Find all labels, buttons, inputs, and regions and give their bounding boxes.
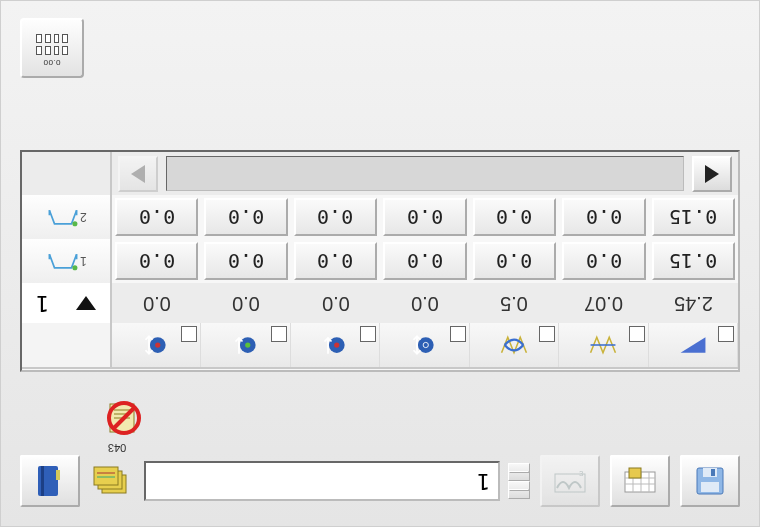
param-header-row bbox=[22, 323, 738, 369]
stitch-edit-icon: 3 bbox=[553, 466, 587, 496]
param-b-header[interactable] bbox=[201, 323, 290, 367]
svg-point-1 bbox=[72, 265, 77, 270]
svg-point-3 bbox=[155, 342, 160, 347]
pattern-name-value: 1 bbox=[477, 469, 490, 494]
svg-point-5 bbox=[245, 342, 250, 347]
gear-arrow-icon bbox=[321, 331, 349, 359]
wedge-icon bbox=[679, 331, 707, 359]
gear-arrow-icon bbox=[142, 331, 170, 359]
cell[interactable]: 0.0 bbox=[115, 198, 198, 236]
arrow-up-icon bbox=[76, 296, 96, 310]
cell[interactable]: 0.0 bbox=[380, 283, 469, 323]
param-a-header[interactable] bbox=[112, 323, 201, 367]
cell[interactable]: 0.0 bbox=[562, 198, 645, 236]
svg-point-9 bbox=[424, 342, 429, 347]
cell[interactable]: 0.0 bbox=[291, 283, 380, 323]
cell[interactable]: 0.0 bbox=[383, 242, 466, 280]
param-g-header[interactable] bbox=[649, 323, 738, 367]
row-header-2[interactable]: 2 bbox=[22, 195, 112, 239]
pattern-stepper[interactable] bbox=[508, 463, 530, 499]
checkbox-icon bbox=[629, 326, 645, 342]
checkbox-icon bbox=[718, 326, 734, 342]
edit-pattern-button[interactable]: 3 bbox=[540, 455, 600, 507]
arrow-left-icon bbox=[131, 165, 145, 183]
svg-rect-30 bbox=[711, 469, 715, 476]
checkbox-icon bbox=[271, 326, 287, 342]
cell[interactable]: 0.0 bbox=[473, 242, 556, 280]
grid-icon: 0.00 bbox=[36, 34, 68, 62]
cell[interactable]: 0.0 bbox=[115, 242, 198, 280]
svg-rect-18 bbox=[56, 470, 60, 480]
step-up-button[interactable] bbox=[508, 463, 530, 481]
scroll-left-button[interactable] bbox=[118, 156, 158, 192]
cell[interactable]: 0.15 bbox=[652, 242, 735, 280]
gear-arrow-icon bbox=[232, 331, 260, 359]
pattern-grid-button[interactable] bbox=[610, 455, 670, 507]
cell[interactable]: 0.5 bbox=[470, 283, 559, 323]
step-down-button[interactable] bbox=[508, 481, 530, 499]
row-header-1[interactable]: 1 bbox=[22, 239, 112, 283]
cell[interactable]: 0.07 bbox=[559, 283, 648, 323]
gear-arrow-icon bbox=[410, 331, 438, 359]
svg-rect-27 bbox=[629, 468, 641, 478]
checkbox-icon bbox=[181, 326, 197, 342]
param-e-header[interactable] bbox=[470, 323, 559, 367]
cell[interactable]: 0.0 bbox=[294, 198, 377, 236]
carrier-icon bbox=[46, 250, 80, 272]
parameter-table: 2 0.0 0.0 0.0 0.0 0.0 0.0 0.15 1 0.0 0.0… bbox=[20, 150, 740, 372]
svg-text:3: 3 bbox=[579, 469, 584, 478]
pattern-stack-icon bbox=[92, 461, 132, 501]
program-disabled-icon bbox=[104, 398, 144, 438]
pattern-grid-icon bbox=[623, 466, 657, 496]
save-button[interactable] bbox=[680, 455, 740, 507]
param-d-header[interactable] bbox=[380, 323, 469, 367]
pattern-index-label: 043 bbox=[108, 442, 126, 454]
cell[interactable]: 0.0 bbox=[473, 198, 556, 236]
cell[interactable]: 0.15 bbox=[652, 198, 735, 236]
arrow-right-icon bbox=[705, 165, 719, 183]
wave-swap-icon bbox=[500, 331, 528, 359]
chevron-down-icon bbox=[509, 489, 529, 491]
param-f-header[interactable] bbox=[559, 323, 648, 367]
cell[interactable]: 0.0 bbox=[383, 198, 466, 236]
checkbox-icon bbox=[539, 326, 555, 342]
open-library-button[interactable] bbox=[20, 455, 80, 507]
svg-rect-31 bbox=[701, 482, 719, 492]
cell[interactable]: 0.0 bbox=[294, 242, 377, 280]
cell[interactable]: 0.0 bbox=[201, 283, 290, 323]
param-c-header[interactable] bbox=[291, 323, 380, 367]
checkbox-icon bbox=[360, 326, 376, 342]
bottom-toolbar: 1 3 bbox=[20, 455, 740, 507]
svg-rect-17 bbox=[41, 466, 44, 496]
checkbox-icon bbox=[450, 326, 466, 342]
cell[interactable]: 0.0 bbox=[204, 242, 287, 280]
carrier-icon bbox=[46, 206, 80, 228]
cell[interactable]: 2.45 bbox=[649, 283, 738, 323]
svg-rect-21 bbox=[94, 467, 118, 485]
cursor-index: 1 bbox=[36, 291, 49, 316]
svg-point-0 bbox=[72, 221, 77, 226]
chevron-up-icon bbox=[509, 471, 529, 473]
cell[interactable]: 0.0 bbox=[204, 198, 287, 236]
display-mode-button[interactable]: 0.00 bbox=[20, 18, 84, 78]
pattern-stack-button[interactable] bbox=[90, 457, 134, 505]
book-icon bbox=[34, 464, 66, 498]
wave-icon bbox=[589, 331, 617, 359]
svg-point-7 bbox=[334, 342, 339, 347]
pattern-name-field[interactable]: 1 bbox=[144, 461, 500, 501]
table-row: 1 0.0 0.0 0.0 0.0 0.0 0.0 0.15 bbox=[22, 239, 738, 283]
floppy-icon bbox=[694, 465, 726, 497]
table-row: 2 0.0 0.0 0.0 0.0 0.0 0.0 0.15 bbox=[22, 195, 738, 239]
scroll-track[interactable] bbox=[166, 156, 684, 191]
active-row: 1 0.0 0.0 0.0 0.0 0.5 0.07 2.45 bbox=[22, 283, 738, 323]
display-mode-label: 0.00 bbox=[43, 58, 61, 67]
cell[interactable]: 0.0 bbox=[112, 283, 201, 323]
table-scrollbar bbox=[22, 152, 738, 195]
cell[interactable]: 0.0 bbox=[562, 242, 645, 280]
scroll-right-button[interactable] bbox=[692, 156, 732, 192]
